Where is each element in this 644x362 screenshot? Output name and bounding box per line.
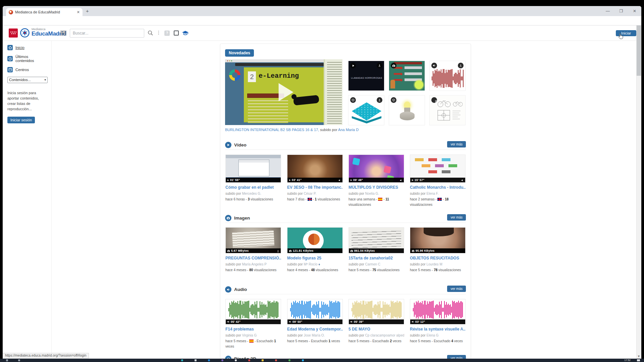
taskbar-app-icon[interactable] xyxy=(302,359,304,361)
taskbar-app-icon[interactable] xyxy=(235,359,237,361)
image-thumbnail[interactable]: 95.96 KBytes xyxy=(410,227,466,253)
content-title-link[interactable]: F14 problemas xyxy=(225,327,281,331)
imagen-card[interactable]: 861.04 KBytes 15Tarta de zanahoria02 sub… xyxy=(348,227,404,273)
contents-select[interactable]: Contenidos... ▾ xyxy=(7,77,48,83)
educamadrid-badge-logo[interactable] xyxy=(20,28,30,39)
content-title-link[interactable]: 5 DE MAYO xyxy=(348,327,404,331)
image-thumbnail[interactable]: 861.04 KBytes xyxy=(348,227,404,253)
search-icon[interactable] xyxy=(148,30,153,37)
content-title-link[interactable]: Edad Moderna y Contempor... xyxy=(287,327,343,331)
taskbar-app-icon[interactable] xyxy=(275,359,277,361)
audio-card[interactable]: 09' 50" Edad Moderna y Contempor... subi… xyxy=(287,299,343,344)
taskbar-search-icon[interactable] xyxy=(18,359,20,361)
audio-card[interactable]: 03' 12" Révise la syntaxe visuelle A... … xyxy=(410,299,466,344)
sidebar-login-button[interactable]: Iniciar sesión xyxy=(7,117,35,123)
video-thumbnail[interactable]: 01' 55" xyxy=(225,155,281,183)
content-title-link[interactable]: Modelo figuras 25 xyxy=(287,256,343,260)
taskbar-app-icon[interactable] xyxy=(221,359,223,361)
video-card[interactable]: 01' 55" Cómo grabar en el padlet subido … xyxy=(225,155,281,202)
comunidad-madrid-logo[interactable] xyxy=(9,28,18,38)
graduation-cap-icon[interactable] xyxy=(182,31,189,37)
audio-thumbnail[interactable]: 05' 42" xyxy=(225,299,281,324)
imagen-card[interactable]: 95.96 KBytes OBJETOS RESUCITADOS subido … xyxy=(410,227,466,273)
novedades-tile-audio[interactable] xyxy=(429,61,466,91)
author-link[interactable]: Mercedes G. xyxy=(242,192,261,195)
author-link[interactable]: Cp claracampoamor alpedrete xyxy=(365,334,404,337)
content-title-link[interactable]: Révise la syntaxe visuelle A... xyxy=(410,327,466,331)
featured-author-link[interactable]: Ana Maria D xyxy=(338,128,359,132)
download-icon[interactable] xyxy=(277,248,279,253)
download-icon[interactable] xyxy=(377,63,382,68)
content-title-link[interactable]: MÚLTIPLOS Y DIVISORES xyxy=(348,185,404,190)
browser-tab[interactable]: Mediateca de EducaMadrid ✕ xyxy=(6,8,83,16)
audio-card[interactable]: 05' 39" 5 DE MAYO subido por Cp claracam… xyxy=(348,299,404,344)
imagen-ver-mas-button[interactable]: ver más xyxy=(447,214,466,221)
sidebar-item-inicio[interactable]: Inicio xyxy=(7,45,47,50)
taskbar-app-icon[interactable] xyxy=(181,359,183,361)
audio-thumbnail[interactable]: 09' 50" xyxy=(287,299,343,324)
video-card[interactable]: 09' 48" MÚLTIPLOS Y DIVISORES subido por… xyxy=(348,155,404,207)
author-link[interactable]: Lourdes M xyxy=(426,262,442,266)
author-link[interactable]: Noelia G. xyxy=(365,192,379,195)
author-link[interactable]: Elena F. xyxy=(426,192,438,195)
scrollbar-down-arrow[interactable]: ▼ xyxy=(636,354,641,359)
video-thumbnail[interactable]: 15' 57" xyxy=(410,155,466,183)
video-ver-mas-button[interactable]: ver más xyxy=(447,141,466,147)
author-link[interactable]: María Angeles P xyxy=(242,262,266,266)
image-thumbnail[interactable]: 121.81 KBytes xyxy=(287,227,343,253)
author-link[interactable]: Virginia G xyxy=(242,334,257,337)
maximize-button[interactable]: ❐ xyxy=(614,6,628,16)
play-overlay-icon[interactable] xyxy=(279,83,293,101)
video-card[interactable]: 03' 41" EV 3ESO - 08 The importanc... su… xyxy=(287,155,343,202)
page-scrollbar[interactable]: ▼ xyxy=(636,25,641,359)
more-options-icon[interactable]: ⋮ xyxy=(156,30,161,35)
close-button[interactable]: ✕ xyxy=(628,6,641,16)
audio-thumbnail[interactable]: 03' 12" xyxy=(410,299,466,324)
scrollbar-thumb[interactable] xyxy=(637,25,641,76)
content-title-link[interactable]: 15Tarta de zanahoria02 xyxy=(348,256,404,260)
novedades-tile-image[interactable] xyxy=(389,61,425,91)
audio-thumbnail[interactable]: 05' 39" xyxy=(348,299,404,324)
video-thumbnail[interactable]: 09' 48" xyxy=(348,155,404,183)
content-title-link[interactable]: PREGUNTAS COMPRENSIÓ... xyxy=(225,256,281,260)
new-tab-button[interactable]: + xyxy=(86,8,89,14)
author-link[interactable]: Mª Rocío xyxy=(304,262,317,266)
download-icon[interactable] xyxy=(377,97,382,103)
video-card[interactable]: 15' 57" Catholic Monarchs - Introdu... s… xyxy=(410,155,466,207)
content-title-link[interactable]: Catholic Monarchs - Introdu... xyxy=(410,185,466,190)
taskbar-tray-icon[interactable] xyxy=(637,359,640,361)
sidebar-item-centros[interactable]: Centros xyxy=(7,67,47,72)
imagen-card[interactable]: 121.81 KBytes Modelo figuras 25 subido p… xyxy=(287,227,343,273)
featured-video-thumbnail[interactable]: 2 e-Learning xyxy=(225,59,342,125)
content-title-link[interactable]: Cómo grabar en el padlet xyxy=(225,185,281,190)
audio-ver-mas-button[interactable]: ver más xyxy=(447,286,466,292)
author-link[interactable]: Carmen C xyxy=(365,262,380,266)
video-thumbnail[interactable]: 03' 41" xyxy=(287,155,343,183)
taskbar-start-icon[interactable] xyxy=(6,359,8,361)
taskbar-app-icon[interactable] xyxy=(195,359,197,361)
taskbar-app-icon[interactable] xyxy=(262,359,264,361)
sidebar-item-ultimos-contenidos[interactable]: Últimos contenidos xyxy=(7,55,47,63)
featured-title-link[interactable]: BURLINGTON INTERNATIONAL B2 SB PAGES 16 … xyxy=(225,128,319,132)
novedades-tile-document[interactable] xyxy=(429,95,466,125)
content-title-link[interactable]: EV 3ESO - 08 The importanc... xyxy=(287,185,343,190)
novedades-tile-3d-lamp[interactable] xyxy=(389,95,425,125)
novedades-tile-video[interactable]: LLAMADAS HORROROSAS xyxy=(348,61,384,91)
novedades-badge[interactable]: Novedades xyxy=(225,49,254,57)
download-icon[interactable] xyxy=(458,63,464,68)
search-input[interactable] xyxy=(70,29,144,38)
minimize-button[interactable]: — xyxy=(601,6,614,16)
imagen-card[interactable]: 5.67 MBytes PREGUNTAS COMPRENSIÓ... subi… xyxy=(225,227,281,273)
tab-close-icon[interactable]: ✕ xyxy=(77,10,80,14)
taskbar-app-icon[interactable] xyxy=(288,359,290,361)
author-link[interactable]: Jose María O. xyxy=(304,334,325,337)
author-link[interactable]: Elena G xyxy=(426,334,438,337)
audio-card[interactable]: 05' 42" F14 problemas subido por Virgini… xyxy=(225,299,281,349)
novedades-tile-3d[interactable] xyxy=(348,95,384,125)
author-link[interactable]: César P. xyxy=(304,192,316,195)
taskbar-app-icon[interactable] xyxy=(248,359,250,361)
content-title-link[interactable]: OBJETOS RESUCITADOS xyxy=(410,256,466,260)
select-checkbox[interactable] xyxy=(174,31,179,36)
hamburger-menu-icon[interactable] xyxy=(60,31,66,35)
taskbar-app-icon[interactable] xyxy=(208,359,210,361)
